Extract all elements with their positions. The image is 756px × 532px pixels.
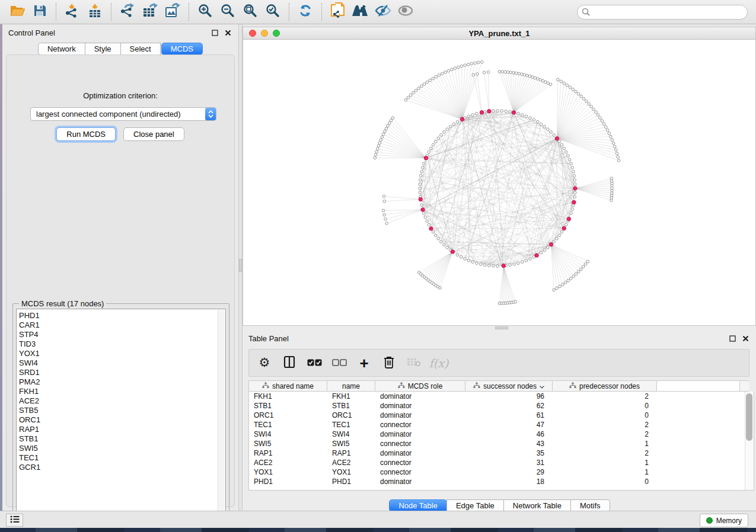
table-row[interactable]: ACE2ACE2connector311	[249, 458, 754, 467]
tab-select[interactable]: Select	[120, 43, 161, 55]
cell-name: YOX1	[327, 467, 375, 477]
network-file-button[interactable]	[327, 2, 349, 22]
cell-shared-name: SWI4	[249, 430, 327, 439]
show-columns-button[interactable]	[281, 354, 298, 372]
cell-MCDS-role: connector	[375, 467, 465, 477]
tab-network-table[interactable]: Network Table	[503, 499, 571, 512]
hide-items-button[interactable]	[372, 2, 394, 22]
zoom-in-button[interactable]	[194, 2, 216, 22]
memory-label: Memory	[716, 517, 742, 525]
horizontal-split-divider[interactable]	[243, 326, 756, 330]
mcds-result-item[interactable]: STP4	[19, 330, 225, 339]
table-row[interactable]: SWI4SWI4dominator462	[249, 430, 754, 439]
show-items-button[interactable]	[394, 2, 417, 22]
mcds-result-item[interactable]: YOX1	[19, 349, 225, 358]
mcds-result-item[interactable]: PHD1	[19, 311, 225, 321]
mcds-result-item[interactable]: TEC1	[19, 453, 225, 463]
column-header-name[interactable]: name	[327, 381, 375, 391]
cell-successor-nodes: 29	[465, 467, 553, 477]
table-row[interactable]: FKH1FKH1dominator962	[249, 392, 754, 401]
zoom-selected-button[interactable]	[261, 2, 284, 22]
close-panel-icon[interactable]	[741, 334, 750, 343]
table-row[interactable]: RAP1RAP1dominator352	[249, 448, 754, 458]
cell-successor-nodes: 62	[465, 401, 553, 411]
mcds-result-list[interactable]: PHD1CAR1STP4TID3YOX1SWI4SRD1PMA2FKH1ACE2…	[16, 309, 226, 520]
mcds-result-item[interactable]: FKH1	[19, 387, 225, 396]
search-input[interactable]	[577, 5, 748, 20]
table-settings-button[interactable]: ⚙	[256, 354, 273, 372]
refresh-button[interactable]	[294, 2, 317, 22]
cell-name: RAP1	[327, 448, 375, 458]
export-table-button[interactable]	[139, 2, 161, 22]
zoom-selected-icon	[265, 3, 280, 21]
export-image-button[interactable]	[161, 2, 184, 22]
mcds-result-item[interactable]: SWI4	[19, 358, 225, 368]
task-history-button[interactable]	[6, 514, 23, 527]
mcds-result-item[interactable]: CAR1	[19, 321, 225, 330]
mcds-result-item[interactable]: TID3	[19, 339, 225, 349]
run-mcds-button[interactable]: Run MCDS	[56, 127, 116, 141]
mcds-result-item[interactable]: SWI5	[19, 444, 225, 453]
column-header-shared-name[interactable]: shared name	[249, 381, 327, 391]
column-header-MCDS-role[interactable]: MCDS role	[375, 381, 465, 391]
cell-successor-nodes: 31	[465, 458, 553, 467]
mcds-result-item[interactable]: RAP1	[19, 425, 225, 434]
close-panel-icon[interactable]	[223, 28, 232, 37]
cell-MCDS-role: connector	[375, 420, 465, 430]
cell-name: FKH1	[327, 392, 375, 401]
column-header-successor-nodes[interactable]: successor nodes	[465, 381, 553, 391]
mcds-result-item[interactable]: ACE2	[19, 396, 225, 406]
table-row[interactable]: ORC1ORC1dominator610	[249, 411, 754, 420]
import-table-button[interactable]	[84, 2, 106, 22]
list-scrollbar-track[interactable]	[218, 310, 225, 520]
close-panel-button[interactable]: Close panel	[123, 127, 184, 141]
delete-table-button	[406, 354, 422, 372]
network-canvas[interactable]	[243, 40, 755, 325]
column-header-predecessor-nodes[interactable]: predecessor nodes	[553, 381, 657, 391]
table-row[interactable]: PHD1PHD1dominator180	[249, 477, 754, 486]
tab-node-table[interactable]: Node Table	[389, 499, 447, 512]
memory-button[interactable]: Memory	[700, 514, 748, 527]
table-bottom-border	[248, 490, 754, 491]
zoom-fit-button[interactable]	[239, 2, 261, 22]
table-scrollbar-track[interactable]	[745, 392, 754, 490]
divider-grabber[interactable]	[239, 259, 242, 272]
cell-MCDS-role: dominator	[375, 392, 465, 401]
export-network-button[interactable]	[116, 2, 139, 22]
import-network-button[interactable]	[61, 2, 84, 22]
delete-row-button[interactable]	[381, 354, 397, 372]
table-row[interactable]: STB1STB1dominator620	[249, 401, 754, 411]
float-panel-icon[interactable]	[728, 334, 737, 343]
table-scrollbar-thumb[interactable]	[746, 393, 752, 441]
vertical-split-divider[interactable]	[238, 24, 243, 511]
table-row[interactable]: TEC1TEC1connector472	[249, 420, 754, 430]
tab-style[interactable]: Style	[85, 43, 121, 55]
mcds-result-item[interactable]: STB5	[19, 406, 225, 415]
tab-network[interactable]: Network	[38, 43, 85, 55]
mcds-result-item[interactable]: GCR1	[19, 463, 225, 472]
mcds-result-item[interactable]: STB1	[19, 434, 225, 444]
network-window: YPA_prune.txt_1	[243, 27, 756, 326]
scrollbar-header-corner	[740, 381, 749, 391]
save-session-button[interactable]	[28, 2, 51, 22]
search-network-button[interactable]	[349, 2, 372, 22]
table-row[interactable]: YOX1YOX1connector291	[249, 467, 754, 477]
criterion-select[interactable]: largest connected component (undirected)	[30, 107, 216, 121]
zoom-fit-icon	[243, 3, 258, 21]
tab-edge-table[interactable]: Edge Table	[446, 499, 504, 512]
deselect-all-button[interactable]	[331, 354, 347, 372]
add-row-button[interactable]: +	[356, 354, 372, 372]
divider-grabber[interactable]	[495, 326, 508, 329]
toolbar-separator	[289, 3, 289, 21]
open-session-button[interactable]	[6, 2, 28, 22]
float-panel-icon[interactable]	[210, 28, 219, 37]
tab-motifs[interactable]: Motifs	[570, 499, 610, 512]
select-all-button[interactable]	[306, 354, 323, 372]
mcds-result-item[interactable]: ORC1	[19, 415, 225, 425]
network-window-titlebar[interactable]: YPA_prune.txt_1	[243, 27, 755, 40]
tab-mcds[interactable]: MCDS	[161, 43, 203, 55]
table-row[interactable]: SWI5SWI5connector431	[249, 439, 754, 448]
mcds-result-item[interactable]: PMA2	[19, 377, 225, 387]
mcds-result-item[interactable]: SRD1	[19, 368, 225, 377]
zoom-out-button[interactable]	[216, 2, 239, 22]
